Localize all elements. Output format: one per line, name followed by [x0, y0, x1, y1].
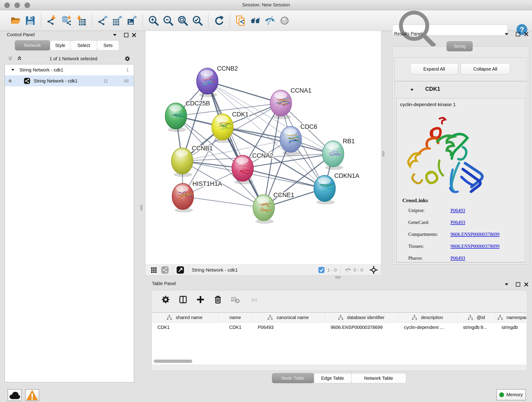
- tab-style[interactable]: Style: [50, 40, 70, 51]
- table-row[interactable]: CDK1CDK1P064939606.ENSP00000378699cyclin…: [152, 322, 526, 332]
- show-column-icon[interactable]: [177, 293, 190, 306]
- import-network-from-file-button[interactable]: [45, 13, 58, 28]
- zoom-fit-content-button[interactable]: [177, 13, 189, 28]
- import-network-from-database-button[interactable]: [60, 13, 73, 28]
- column-header-namespace[interactable]: namespace: [496, 313, 526, 322]
- memory-button[interactable]: Memory: [496, 389, 526, 400]
- table-panel-close-button[interactable]: [523, 281, 529, 287]
- column-header-databaseidentifier[interactable]: database identifier: [325, 313, 399, 322]
- hide-selected-button[interactable]: [264, 13, 276, 28]
- zoom-selected-button[interactable]: [191, 13, 204, 28]
- crosslink-label: Tissues:: [408, 243, 424, 249]
- export-network-button[interactable]: [96, 13, 109, 28]
- network-tree-root-row[interactable]: String Network - cdk1 1: [5, 64, 134, 75]
- tab-select[interactable]: Select: [70, 40, 97, 51]
- hidden-elements-icon: [344, 267, 351, 274]
- node-CCNB2[interactable]: CCNB2: [196, 65, 238, 97]
- crosslink-compartments-link[interactable]: 9606.ENSP00000378699: [450, 231, 500, 237]
- fit-selected-icon[interactable]: [370, 266, 378, 274]
- results-panel-float-button[interactable]: [515, 31, 521, 37]
- node-gloss: [326, 143, 339, 149]
- network-options-gear-icon[interactable]: [124, 56, 130, 62]
- control-panel-close-button[interactable]: [131, 32, 137, 38]
- table-cell[interactable]: CDK1: [152, 322, 218, 332]
- node-RB1[interactable]: RB1: [322, 138, 355, 170]
- table-cell[interactable]: CDK1: [218, 322, 252, 332]
- table-horizontal-scrollbar[interactable]: [153, 359, 525, 363]
- column-header-name[interactable]: name: [218, 313, 252, 322]
- node-CCNB1[interactable]: CCNB1: [171, 145, 213, 177]
- column-header-sharedname[interactable]: shared name: [152, 313, 218, 322]
- tab-string[interactable]: String: [447, 41, 473, 51]
- create-column-icon[interactable]: [194, 293, 207, 306]
- crosslink-pharos-link[interactable]: P06493: [450, 255, 465, 261]
- crosslink-tissues-link[interactable]: 9606.ENSP00000378699: [450, 243, 500, 249]
- crosslink-genecard-link[interactable]: P06493: [450, 220, 465, 225]
- left-splitter-handle[interactable]: [140, 205, 143, 211]
- collapse-all-button[interactable]: Collapse All: [461, 63, 510, 75]
- expand-all-button[interactable]: Expand All: [410, 63, 458, 75]
- delete-column-icon[interactable]: [211, 293, 224, 306]
- scrollbar-thumb[interactable]: [154, 360, 192, 363]
- control-panel-menu-button[interactable]: [112, 32, 118, 38]
- cloud-status-button[interactable]: [7, 389, 22, 401]
- horizontal-splitter-handle[interactable]: [335, 276, 341, 279]
- node-CCNA2[interactable]: CCNA2: [232, 152, 273, 184]
- open-in-new-window-icon[interactable]: [177, 266, 184, 274]
- table-cell[interactable]: 9606.ENSP00000378699: [325, 322, 399, 332]
- edge-CCNB2-CCNE1[interactable]: [207, 81, 264, 208]
- first-neighbors-button[interactable]: [249, 13, 262, 28]
- export-image-button[interactable]: [126, 13, 138, 28]
- column-header-canonicalname[interactable]: canonical name: [252, 313, 325, 322]
- right-splitter-handle[interactable]: [382, 151, 385, 157]
- table-cell[interactable]: stringdb:9...: [457, 322, 496, 332]
- column-header-id[interactable]: @id: [457, 313, 496, 322]
- node-gloss: [284, 128, 297, 135]
- results-panel-menu-button[interactable]: [504, 31, 510, 37]
- memory-status-dot: [499, 392, 504, 397]
- node-CCNA1[interactable]: CCNA1: [270, 87, 312, 119]
- new-network-from-selection-button[interactable]: [234, 13, 247, 28]
- apply-preferred-layout-button[interactable]: [213, 13, 225, 28]
- control-panel-float-button[interactable]: [123, 32, 129, 38]
- selected-nodes-checkbox[interactable]: [318, 267, 325, 274]
- edge-CCNE1-HIST1H1A[interactable]: [183, 196, 264, 208]
- zoom-out-button[interactable]: [162, 13, 175, 28]
- open-session-button[interactable]: [9, 13, 22, 28]
- column-header-description[interactable]: description: [399, 313, 457, 322]
- import-table-from-file-button[interactable]: [75, 13, 88, 28]
- tab-network-table[interactable]: Network Table: [351, 373, 406, 383]
- network-tree-child-row[interactable]: String Network - cdk1 11 48: [5, 75, 134, 86]
- network-overview-icon[interactable]: [161, 266, 169, 274]
- collapse-all-networks-icon[interactable]: [17, 56, 22, 62]
- protein-collapse-icon[interactable]: [409, 87, 415, 93]
- table-cell[interactable]: P06493: [252, 322, 325, 332]
- node-HIST1H1A[interactable]: HIST1H1A: [172, 180, 222, 212]
- results-panel-close-button[interactable]: [523, 31, 529, 37]
- network-selection-row: 1 of 1 Network selected: [5, 54, 134, 64]
- table-cell[interactable]: cyclin-dependent ...: [399, 322, 457, 332]
- crosslink-uniprot-link[interactable]: P06493: [450, 208, 465, 213]
- export-table-button[interactable]: [111, 13, 124, 28]
- warnings-button[interactable]: [25, 389, 39, 401]
- expand-all-networks-icon[interactable]: [7, 56, 13, 62]
- save-session-button[interactable]: [24, 13, 37, 28]
- tab-node-table[interactable]: Node Table: [272, 373, 314, 383]
- node-CDKN1A[interactable]: CDKN1A: [314, 172, 360, 204]
- table-options-gear-icon[interactable]: [159, 293, 172, 306]
- table-panel-menu-button[interactable]: [504, 281, 510, 287]
- network-canvas[interactable]: CCNB2 CCNA1 CDC25B CDK1 CDC6: [145, 31, 381, 265]
- tab-sets[interactable]: Sets: [97, 40, 119, 51]
- node-CDC25B[interactable]: CDC25B: [165, 100, 210, 132]
- zoom-in-button[interactable]: [147, 13, 160, 28]
- edge-CCNB2-CCNA1[interactable]: [207, 81, 281, 103]
- table-cell[interactable]: stringdb: [496, 322, 526, 332]
- tree-collapse-icon[interactable]: [10, 67, 15, 72]
- show-all-button[interactable]: [278, 13, 291, 28]
- tab-network[interactable]: Network: [15, 40, 50, 51]
- table-panel-float-button[interactable]: [515, 281, 521, 287]
- tab-edge-table[interactable]: Edge Table: [314, 373, 351, 383]
- node-CCNE1[interactable]: CCNE1: [253, 191, 294, 224]
- search-input[interactable]: [442, 26, 507, 34]
- birdseye-view-icon[interactable]: [151, 267, 157, 274]
